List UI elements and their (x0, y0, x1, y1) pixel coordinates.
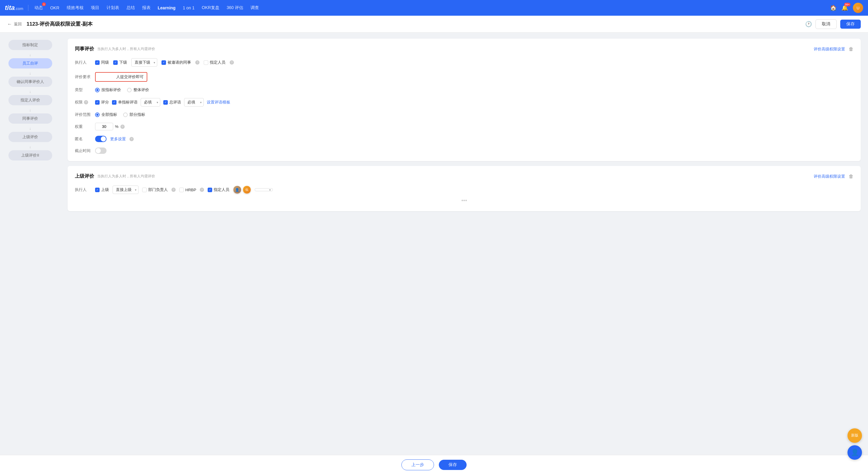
direct-subordinate-select[interactable]: 直接下级 ▾ (131, 58, 157, 67)
checkbox-designated (204, 60, 208, 65)
notification-icon[interactable]: 🔔 99+ (841, 4, 848, 11)
designated-checkbox[interactable]: 指定人员 (204, 60, 225, 65)
nav-item-jixiao[interactable]: 绩效考核 (63, 0, 87, 16)
eval-range-label: 评价范围 (75, 112, 91, 117)
radio-zhengti (127, 88, 132, 92)
anon-label: 匿名 (75, 136, 91, 142)
type-radio-zhengti[interactable]: 整体评价 (127, 87, 149, 93)
weight-input[interactable]: 30 (95, 123, 113, 130)
eval-req-label: 评价要求 (75, 74, 91, 80)
nav-item-diaocha[interactable]: 调查 (247, 0, 262, 16)
deadline-toggle[interactable] (95, 148, 106, 154)
eval-req-input[interactable] (99, 75, 114, 79)
prev-button[interactable]: 上一步 (401, 460, 434, 470)
nav-item-jihuabiao[interactable]: 计划表 (103, 0, 123, 16)
designated-help-icon[interactable]: ? (230, 60, 234, 65)
sidebar-arrow-3: ↓ (29, 88, 31, 95)
checkbox-xiaji: ✓ (113, 60, 118, 65)
dept-head-checkbox[interactable]: 部门负责人 (142, 187, 168, 192)
superior-designated-select[interactable]: ▾ (255, 188, 273, 191)
sidebar-arrow-1: ↓ (29, 51, 31, 58)
nav-item-baobiao[interactable]: 报表 (138, 0, 154, 16)
superior-advanced-link[interactable]: 评价高级权限设置 (814, 174, 845, 179)
perm-overall-select[interactable]: 必填 ▾ (184, 98, 204, 106)
superior-delete-icon[interactable]: 🗑 (849, 174, 854, 179)
sidebar-item-shangjipingj2[interactable]: 上级评价II (8, 150, 52, 160)
nav-item-okrfupan[interactable]: OKR复盘 (198, 0, 223, 16)
anon-toggle[interactable] (95, 136, 106, 142)
hrbp-help-icon[interactable]: ? (200, 188, 204, 192)
home-icon[interactable]: 🏠 (830, 4, 837, 11)
save-bottom-button[interactable]: 保存 (439, 460, 467, 470)
invited-help-icon[interactable]: ? (195, 60, 199, 65)
eval-range-all-radio[interactable]: 全部指标 (95, 112, 117, 117)
sidebar-item-tongshi[interactable]: 同事评价 (8, 114, 52, 124)
perm-single-select[interactable]: 必填 ▾ (141, 98, 160, 106)
nav-logo[interactable]: tita.com (5, 4, 23, 12)
perm-help-icon[interactable]: ? (84, 100, 88, 104)
colleague-section-title: 同事评价 (75, 46, 94, 52)
content-area: 同事评价 当执行人为多人时，所有人均需评价 评价高级权限设置 🗑 执行人 ✓ 同 (60, 33, 868, 455)
sidebar-item-zipei[interactable]: 员工自评 (8, 58, 52, 68)
history-icon[interactable]: 🕐 (805, 21, 812, 27)
weight-label: 权重 (75, 124, 91, 129)
colleague-section-subtitle: 当执行人为多人时，所有人均需评价 (97, 46, 155, 52)
invited-colleague-checkbox[interactable]: ✓ 被邀请的同事 (161, 60, 191, 65)
support-button[interactable]: 👤 (847, 445, 862, 460)
superior-section-title: 上级评价 (75, 173, 94, 180)
superior-executor-label: 执行人 (75, 187, 91, 192)
sidebar: 指标制定 ↓ 员工自评 ↓ 确认同事评价人 ↓ 指定人评价 ↓ 同事评价 ↓ 上… (0, 33, 60, 455)
user-avatar-1[interactable]: 👤 (233, 186, 242, 194)
superior-checkbox[interactable]: ✓ 上级 (95, 187, 109, 192)
dept-head-help-icon[interactable]: ? (172, 188, 176, 192)
user-avatar-2[interactable]: 临 (243, 186, 251, 194)
superior-designated-checkbox[interactable]: ✓ 指定人员 (208, 187, 229, 192)
sidebar-item-shangjipingj[interactable]: 上级评价 (8, 132, 52, 142)
superior-section: 上级评价 当执行人为多人时，所有人均需评价 评价高级权限设置 🗑 执行人 ✓ 上 (68, 166, 861, 211)
perm-overall-checkbox[interactable]: ✓ 总评语 (163, 99, 181, 105)
nav-item-dongtai[interactable]: 动态 1 (31, 0, 46, 16)
nav-item-learning[interactable]: Learning (154, 0, 179, 16)
nav-bar: tita.com 动态 1 OKR 绩效考核 项目 计划表 总结 报表 Lear… (0, 0, 868, 16)
colleague-advanced-link[interactable]: 评价高级权限设置 (814, 46, 845, 52)
executor-xiaji-checkbox[interactable]: ✓ 下级 (113, 60, 127, 65)
more-settings-link[interactable]: 更多设置 (110, 136, 126, 142)
nav-item-okr[interactable]: OKR (46, 0, 63, 16)
sidebar-item-zhiding[interactable]: 指定人评价 (8, 95, 52, 105)
cancel-button[interactable]: 取消 (815, 19, 837, 29)
new-version-button[interactable]: 新版 (847, 428, 862, 443)
weight-help-icon[interactable]: ? (120, 125, 125, 129)
save-button[interactable]: 保存 (840, 20, 861, 29)
executor-label: 执行人 (75, 60, 91, 65)
back-arrow-icon: ← (7, 22, 12, 27)
more-settings-help-icon[interactable]: ? (129, 137, 134, 141)
sidebar-arrow-6: ↓ (29, 143, 31, 150)
page-header: ← 返回 1123-评价高级权限设置-副本 🕐 取消 保存 (0, 16, 868, 33)
user-avatar[interactable]: U (853, 3, 863, 13)
sidebar-arrow-2: ↓ (29, 70, 31, 76)
eval-req-box: 人提交评价即可 (95, 72, 147, 82)
eval-range-partial-radio[interactable]: 部分指标 (123, 112, 145, 117)
colleague-delete-icon[interactable]: 🗑 (849, 46, 854, 52)
nav-item-zongjie[interactable]: 总结 (123, 0, 138, 16)
sidebar-item-queren[interactable]: 确认同事评价人 (8, 76, 52, 87)
checkbox-tongjie: ✓ (95, 60, 100, 65)
executor-tongjie-checkbox[interactable]: ✓ 同级 (95, 60, 109, 65)
set-template-link[interactable]: 设置评语模板 (207, 99, 230, 105)
eval-req-suffix: 人提交评价即可 (116, 74, 144, 80)
nav-item-xiangmu[interactable]: 项目 (87, 0, 103, 16)
perm-label: 权限 ? (75, 99, 91, 105)
nav-item-1on1[interactable]: 1 on 1 (179, 0, 198, 16)
sidebar-item-zhibiao[interactable]: 指标制定 (8, 40, 52, 50)
direct-superior-select[interactable]: 直接上级 ▾ (113, 186, 138, 194)
weight-unit: % (115, 124, 119, 129)
nav-item-360[interactable]: 360 评估 (223, 0, 247, 16)
perm-single-checkbox[interactable]: ✓ 单指标评语 (112, 99, 137, 105)
type-radio-zhibiao[interactable]: 按指标评价 (95, 87, 121, 93)
page-title: 1123-评价高级权限设置-副本 (27, 21, 93, 27)
radio-zhibiao (95, 88, 100, 92)
back-button[interactable]: ← 返回 (7, 22, 22, 27)
type-label: 类型 (75, 87, 91, 93)
hrbp-checkbox[interactable]: HRBP (179, 188, 196, 192)
perm-score-checkbox[interactable]: ✓ 评分 (95, 99, 109, 105)
